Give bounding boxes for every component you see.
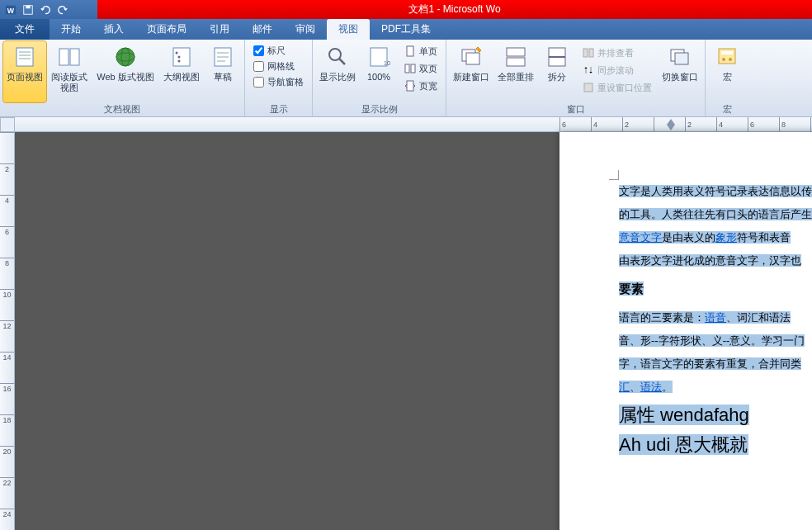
document-page[interactable]: 文字是人类用表义符号记录表达信息以传之久 的工具。人类往往先有口头的语言后产生书… <box>559 132 812 530</box>
reset-window-button: 重设窗口位置 <box>578 79 655 96</box>
redo-icon[interactable] <box>55 2 70 17</box>
svg-rect-40 <box>719 49 735 64</box>
svg-rect-35 <box>583 49 588 57</box>
web-view-button[interactable]: Web 版式视图 <box>92 41 158 102</box>
group-window: 新建窗口 全部重排 拆分 并排查看 同步滚动 重设窗口位置 切换窗口 窗口 <box>446 40 706 116</box>
ruler-corner[interactable] <box>0 117 15 132</box>
two-page-icon <box>404 62 417 75</box>
outline-view-button[interactable]: 大纲视图 <box>160 41 203 102</box>
switch-window-icon <box>667 44 693 70</box>
indent-marker-top[interactable] <box>667 119 675 125</box>
group-zoom: 显示比例 100 100% 单页 双页 页宽 显示比例 <box>313 40 446 116</box>
editor-area: 64224681012141618 2468101214161820222426… <box>0 117 812 530</box>
svg-point-15 <box>178 56 181 59</box>
tab-insert[interactable]: 插入 <box>92 19 135 40</box>
svg-point-14 <box>176 52 178 54</box>
arrange-all-icon <box>503 44 529 70</box>
split-button[interactable]: 拆分 <box>539 41 575 102</box>
document-content[interactable]: 文字是人类用表义符号记录表达信息以传之久 的工具。人类往往先有口头的语言后产生书… <box>559 132 812 457</box>
svg-rect-41 <box>721 51 733 54</box>
svg-rect-31 <box>507 48 525 56</box>
svg-point-43 <box>729 58 732 61</box>
svg-rect-25 <box>407 46 413 56</box>
svg-rect-39 <box>675 53 688 64</box>
macros-icon <box>714 44 740 70</box>
tab-pdf[interactable]: PDF工具集 <box>370 19 442 40</box>
outline-view-icon <box>168 44 195 70</box>
nav-checkbox[interactable]: 导航窗格 <box>253 76 304 88</box>
svg-point-16 <box>178 60 181 63</box>
arrange-all-button[interactable]: 全部重排 <box>494 41 537 102</box>
zoom-button[interactable]: 显示比例 <box>316 41 359 102</box>
macros-button[interactable]: 宏 <box>709 41 745 102</box>
zoom-100-button[interactable]: 100 100% <box>361 41 397 102</box>
tab-references[interactable]: 引用 <box>198 19 241 40</box>
tab-file[interactable]: 文件 <box>0 19 50 40</box>
group-macros: 宏 宏 <box>706 40 748 116</box>
svg-rect-26 <box>405 64 409 73</box>
tab-view[interactable]: 视图 <box>327 19 370 40</box>
svg-text:W: W <box>7 6 15 14</box>
page-width-icon <box>404 79 417 92</box>
grid-checkbox[interactable]: 网格线 <box>253 60 304 73</box>
group-views: 页面视图 阅读版式 视图 Web 版式视图 大纲视图 草稿 文档视图 <box>0 40 245 116</box>
title-bar: W 文档1 - Microsoft Wo <box>0 0 812 19</box>
svg-rect-30 <box>466 53 479 64</box>
undo-icon[interactable] <box>38 2 53 17</box>
two-page-button[interactable]: 双页 <box>400 60 441 77</box>
svg-rect-32 <box>507 58 525 66</box>
one-page-icon <box>404 45 417 58</box>
svg-rect-3 <box>26 5 30 8</box>
window-title: 文档1 - Microsoft Wo <box>97 2 812 17</box>
side-by-side-button: 并排查看 <box>578 45 655 61</box>
tab-mail[interactable]: 邮件 <box>241 19 284 40</box>
read-view-button[interactable]: 阅读版式 视图 <box>48 41 91 102</box>
link-yiyin[interactable]: 意音文字 <box>619 231 662 244</box>
svg-text:100: 100 <box>384 60 390 66</box>
link-xiangxing[interactable]: 象形 <box>715 231 737 244</box>
ruler-checkbox[interactable]: 标尺 <box>253 45 304 57</box>
web-view-icon <box>112 44 139 70</box>
link-yuyin[interactable]: 语音 <box>705 311 726 324</box>
svg-rect-8 <box>59 49 68 65</box>
zoom-icon <box>324 44 351 70</box>
group-show: 标尺 网格线 导航窗格 显示 <box>245 40 313 116</box>
page-view-icon <box>12 44 38 70</box>
new-window-icon <box>458 44 484 70</box>
split-icon <box>544 44 570 70</box>
one-page-button[interactable]: 单页 <box>400 43 441 59</box>
horizontal-ruler[interactable]: 64224681012141618 <box>15 117 812 132</box>
link-yufa[interactable]: 语法 <box>640 381 662 393</box>
tab-layout[interactable]: 页面布局 <box>135 19 198 40</box>
svg-point-10 <box>116 48 135 66</box>
draft-icon <box>210 44 236 70</box>
page-width-button[interactable]: 页宽 <box>400 78 441 94</box>
ribbon: 页面视图 阅读版式 视图 Web 版式视图 大纲视图 草稿 文档视图 <box>0 40 812 117</box>
svg-point-42 <box>722 58 725 61</box>
vertical-ruler[interactable]: 246810121416182022242628 <box>0 132 15 530</box>
svg-rect-9 <box>70 49 79 65</box>
svg-rect-28 <box>407 81 413 91</box>
link-hui[interactable]: 汇 <box>619 381 630 393</box>
word-icon[interactable]: W <box>3 2 18 17</box>
read-view-icon <box>56 44 83 70</box>
tab-review[interactable]: 审阅 <box>284 19 327 40</box>
quick-access-toolbar: W <box>0 0 97 19</box>
svg-rect-37 <box>584 83 592 92</box>
zoom-100-icon: 100 <box>366 44 392 70</box>
save-icon[interactable] <box>21 2 35 17</box>
tab-home[interactable]: 开始 <box>50 19 92 40</box>
new-window-button[interactable]: 新建窗口 <box>450 41 493 102</box>
switch-window-button[interactable]: 切换窗口 <box>659 41 701 102</box>
ribbon-tabs: 文件 开始 插入 页面布局 引用 邮件 审阅 视图 PDF工具集 <box>0 19 812 40</box>
svg-point-21 <box>329 49 341 60</box>
svg-rect-4 <box>17 48 33 66</box>
indent-marker-bottom[interactable] <box>667 125 675 130</box>
page-view-button[interactable]: 页面视图 <box>3 41 46 102</box>
svg-rect-13 <box>173 48 190 66</box>
svg-rect-36 <box>589 49 593 57</box>
side-by-side-icon <box>582 46 595 59</box>
draft-button[interactable]: 草稿 <box>205 41 241 102</box>
margin-mark <box>609 170 619 180</box>
svg-line-22 <box>339 59 345 64</box>
